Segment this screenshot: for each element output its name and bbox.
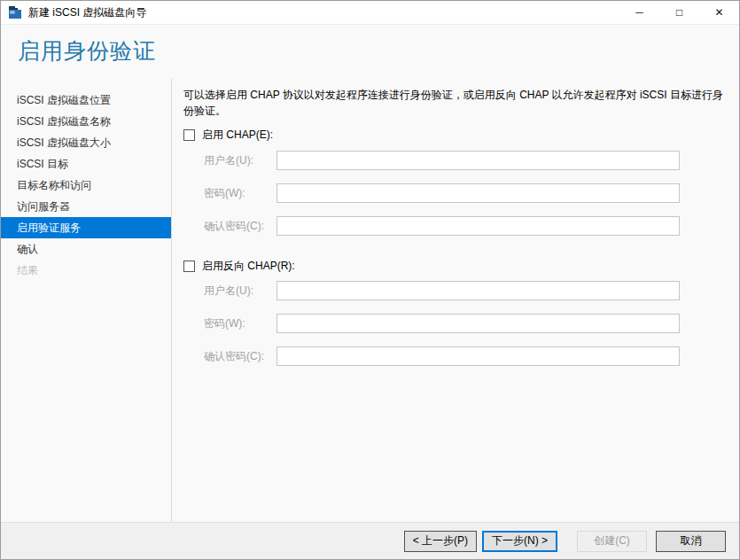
chap-password-label: 密码(W): [204, 186, 277, 201]
server-manager-icon [8, 5, 22, 19]
enable-reverse-chap-row: 启用反向 CHAP(R): [183, 259, 295, 274]
reverse-chap-confirm-password-input[interactable] [277, 346, 680, 366]
maximize-button[interactable]: □ [659, 1, 699, 24]
window-title: 新建 iSCSI 虚拟磁盘向导 [28, 5, 146, 20]
enable-reverse-chap-checkbox[interactable] [183, 261, 195, 272]
wizard-steps-sidebar: iSCSI 虚拟磁盘位置 iSCSI 虚拟磁盘名称 iSCSI 虚拟磁盘大小 i… [1, 89, 171, 281]
minimize-button[interactable]: ─ [619, 1, 659, 24]
sidebar-item-iscsi-target[interactable]: iSCSI 目标 [1, 153, 171, 175]
chap-username-row: 用户名(U): [204, 151, 680, 170]
reverse-chap-password-label: 密码(W): [204, 316, 277, 331]
sidebar-item-disk-name[interactable]: iSCSI 虚拟磁盘名称 [1, 111, 171, 132]
page-title: 启用身份验证 [18, 36, 156, 66]
wizard-window: { "window": { "title": "新建 iSCSI 虚拟磁盘向导"… [0, 0, 740, 560]
previous-button[interactable]: < 上一步(P) [404, 531, 477, 552]
sidebar-item-target-name-access[interactable]: 目标名称和访问 [1, 175, 171, 196]
sidebar-item-results: 结果 [1, 260, 171, 281]
reverse-chap-password-row: 密码(W): [204, 314, 680, 333]
enable-chap-row: 启用 CHAP(E): [183, 128, 273, 143]
next-button[interactable]: 下一步(N) > [482, 531, 557, 552]
reverse-chap-confirm-password-row: 确认密码(C): [204, 346, 680, 366]
window-controls: ─ □ ✕ [619, 1, 739, 24]
reverse-chap-confirm-password-label: 确认密码(C): [204, 349, 277, 364]
reverse-chap-username-input[interactable] [277, 281, 680, 300]
chap-password-input[interactable] [277, 183, 680, 203]
reverse-chap-username-label: 用户名(U): [204, 284, 277, 299]
chap-password-row: 密码(W): [204, 183, 680, 203]
content-pane: 可以选择启用 CHAP 协议以对发起程序连接进行身份验证，或启用反向 CHAP … [171, 79, 739, 522]
chap-username-input[interactable] [277, 151, 680, 170]
sidebar-item-disk-location[interactable]: iSCSI 虚拟磁盘位置 [1, 89, 171, 111]
chap-confirm-password-input[interactable] [277, 216, 680, 236]
page-header: 启用身份验证 [1, 26, 739, 79]
cancel-button[interactable]: 取消 [656, 531, 726, 552]
close-button[interactable]: ✕ [699, 1, 739, 24]
wizard-footer: < 上一步(P) 下一步(N) > 创建(C) 取消 [1, 522, 739, 559]
reverse-chap-password-input[interactable] [277, 314, 680, 333]
enable-chap-label: 启用 CHAP(E): [202, 128, 273, 143]
sidebar-item-confirm[interactable]: 确认 [1, 238, 171, 260]
enable-chap-checkbox[interactable] [183, 129, 195, 141]
enable-reverse-chap-label: 启用反向 CHAP(R): [202, 259, 295, 274]
sidebar-item-disk-size[interactable]: iSCSI 虚拟磁盘大小 [1, 132, 171, 153]
page-description: 可以选择启用 CHAP 协议以对发起程序连接进行身份验证，或启用反向 CHAP … [183, 87, 733, 119]
reverse-chap-username-row: 用户名(U): [204, 281, 680, 300]
sidebar-item-enable-authentication[interactable]: 启用验证服务 [1, 217, 171, 238]
chap-username-label: 用户名(U): [204, 153, 277, 168]
sidebar-item-access-servers[interactable]: 访问服务器 [1, 196, 171, 217]
title-bar: 新建 iSCSI 虚拟磁盘向导 ─ □ ✕ [1, 1, 739, 25]
chap-confirm-password-row: 确认密码(C): [204, 216, 680, 236]
chap-confirm-password-label: 确认密码(C): [204, 219, 277, 234]
create-button: 创建(C) [577, 531, 647, 552]
